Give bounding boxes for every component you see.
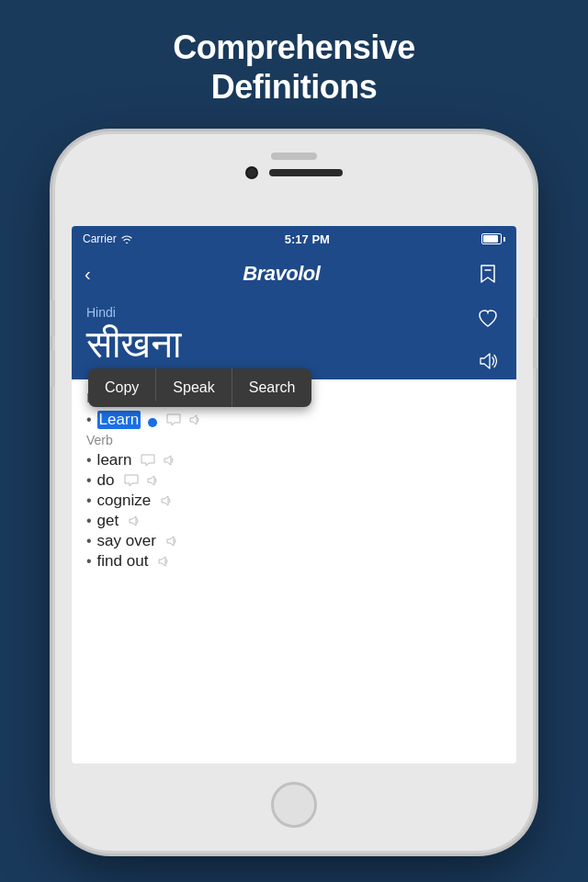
volume-down-button[interactable] xyxy=(50,350,55,387)
speak-icon-cognize xyxy=(160,495,173,506)
verb-word-learn: learn xyxy=(97,451,132,469)
svg-marker-7 xyxy=(167,537,174,546)
main-definition-item: • Learn xyxy=(86,411,502,429)
word-side-icons xyxy=(472,303,503,377)
bookmark-icon xyxy=(479,264,497,284)
speak-icon-get xyxy=(128,515,141,526)
wifi-icon xyxy=(120,234,133,244)
phone-device: Carrier 5:17 PM ‹ Bravolol xyxy=(55,134,533,851)
speak-icon-find-out xyxy=(157,556,170,567)
list-item: • do xyxy=(86,471,502,490)
battery-icon xyxy=(481,233,505,244)
word-hindi: सीखना xyxy=(86,323,470,366)
main-definition-word: Learn xyxy=(97,411,141,429)
nav-bar: ‹ Bravolol xyxy=(72,252,516,296)
verb-word-find-out: find out xyxy=(97,552,149,571)
list-item: • find out xyxy=(86,552,502,571)
speaker-button[interactable] xyxy=(472,345,503,377)
svg-marker-5 xyxy=(162,496,168,505)
home-button[interactable] xyxy=(271,782,317,828)
page-title-line2: Definitions xyxy=(211,68,378,106)
word-language: Hindi xyxy=(86,305,470,320)
speak-icon-do xyxy=(146,475,159,486)
speak-icon-main xyxy=(188,414,201,425)
bookmark-button[interactable] xyxy=(472,258,503,289)
copy-button[interactable]: Copy xyxy=(88,368,156,407)
status-bar: Carrier 5:17 PM xyxy=(72,226,516,252)
status-time: 5:17 PM xyxy=(285,232,330,246)
favorite-button[interactable] xyxy=(472,303,503,334)
verb-word-do: do xyxy=(97,471,115,490)
carrier-info: Carrier xyxy=(83,232,133,245)
svg-marker-1 xyxy=(481,354,490,368)
comment-icon-learn xyxy=(141,454,155,467)
nav-icons xyxy=(472,258,503,289)
list-item: • learn xyxy=(86,451,502,469)
verb-word-get: get xyxy=(97,512,119,530)
search-button[interactable]: Search xyxy=(232,368,312,407)
list-item: • say over xyxy=(86,532,502,550)
comment-icon-do xyxy=(124,474,139,487)
svg-marker-2 xyxy=(190,415,197,424)
list-item: • cognize xyxy=(86,492,502,510)
comment-icon-main xyxy=(166,413,181,426)
verb-label: Verb xyxy=(86,433,502,447)
word-header: Hindi सीखना xyxy=(72,296,516,379)
phone-screen: Carrier 5:17 PM ‹ Bravolol xyxy=(72,226,516,763)
svg-marker-4 xyxy=(148,476,154,485)
app-title: Bravolol xyxy=(243,262,320,286)
heart-icon xyxy=(478,310,498,328)
selection-cursor xyxy=(148,418,157,427)
carrier-label: Carrier xyxy=(83,232,117,245)
back-button[interactable]: ‹ xyxy=(85,264,91,285)
list-item: • get xyxy=(86,512,502,530)
bullet-main: • xyxy=(86,412,92,428)
speak-icon-say-over xyxy=(165,536,178,547)
page-title-line1: Comprehensive xyxy=(173,28,415,66)
volume-up-button[interactable] xyxy=(50,300,55,336)
speak-button[interactable]: Speak xyxy=(156,368,232,407)
verb-word-say-over: say over xyxy=(97,532,156,550)
camera xyxy=(245,166,258,179)
speaker-icon xyxy=(478,352,498,370)
svg-marker-6 xyxy=(130,516,136,526)
power-button[interactable] xyxy=(533,318,538,368)
sleep-wake-bar xyxy=(271,153,317,160)
svg-marker-3 xyxy=(164,456,171,465)
svg-marker-8 xyxy=(159,557,165,566)
earpiece-speaker xyxy=(269,169,343,176)
definitions-area: Definition • Learn Verb • xyxy=(72,379,516,583)
context-menu: Copy Speak Search xyxy=(88,368,311,407)
phone-top-hardware xyxy=(245,166,343,179)
speak-icon-learn xyxy=(163,455,175,466)
page-title-area: Comprehensive Definitions xyxy=(0,0,588,125)
verb-word-cognize: cognize xyxy=(97,492,152,510)
